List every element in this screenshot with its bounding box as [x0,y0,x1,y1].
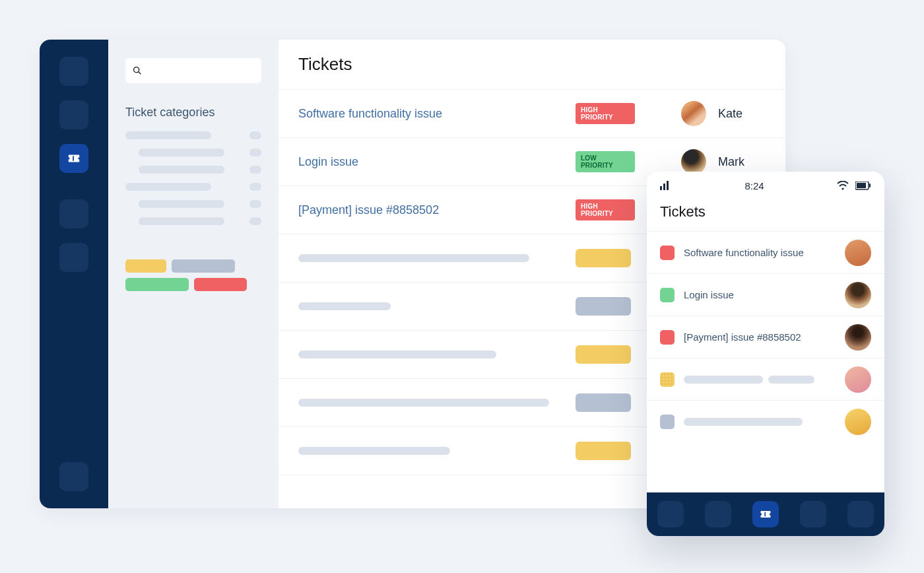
category-label-placeholder [139,149,224,156]
priority-badge: HIGH PRIORITY [576,103,635,124]
bottom-nav-1[interactable] [657,501,684,527]
nav-item-2[interactable] [59,100,88,129]
bottom-nav-5[interactable] [847,501,874,527]
nav-item-tickets[interactable] [59,144,88,173]
mobile-ticket-row-placeholder[interactable] [647,358,884,400]
filter-chip[interactable] [194,278,247,291]
priority-placeholder [576,393,631,412]
priority-placeholder [576,249,631,267]
category-item[interactable] [125,183,261,191]
priority-placeholder [576,297,631,316]
category-item[interactable] [125,166,261,174]
avatar [845,282,871,308]
avatar [681,149,706,174]
avatar [845,240,871,266]
nav-item-4[interactable] [59,199,88,228]
category-count-placeholder [249,183,261,191]
assignee-name: Kate [718,107,742,121]
avatar [681,101,706,126]
filter-chip[interactable] [172,259,235,273]
category-count-placeholder [249,131,261,139]
category-label-placeholder [125,183,211,191]
ticket-row[interactable]: Software functionality issueHIGH PRIORIT… [279,90,785,138]
ticket-icon [67,151,81,166]
category-item[interactable] [125,149,261,156]
wifi-icon [837,181,849,190]
priority-placeholder [576,442,631,460]
category-count-placeholder [249,217,261,225]
filter-chip[interactable] [125,278,189,291]
mobile-bottom-nav [647,492,884,536]
category-item[interactable] [125,217,261,225]
signal-icon [660,181,672,190]
avatar [845,366,871,393]
ticket-title: Login issue [298,155,576,169]
mobile-header: Tickets [647,199,884,231]
categories-title: Ticket categories [125,106,261,119]
ticket-title-placeholder [298,447,450,455]
mobile-ticket-title: [Payment] issue #8858502 [684,331,836,343]
svg-point-0 [134,67,139,73]
category-label-placeholder [139,166,224,174]
mobile-ticket-row[interactable]: Login issue [647,273,884,316]
ticket-assignee: Kate [681,101,742,126]
ticket-title-placeholder [298,351,496,358]
avatar [845,324,871,351]
page-title: Tickets [298,54,766,75]
priority-badge: LOW PRIORITY [576,151,635,172]
mobile-page-title: Tickets [660,203,871,220]
priority-chip [660,415,675,429]
search-input[interactable] [125,58,261,83]
mobile-ticket-title: Login issue [684,289,836,300]
priority-chip [660,246,675,260]
main-header: Tickets [279,40,785,90]
svg-rect-8 [869,184,871,187]
assignee-name: Mark [718,155,744,169]
mobile-ticket-row[interactable]: Software functionality issue [647,231,884,273]
avatar [845,409,871,435]
category-item[interactable] [125,131,261,139]
battery-icon [855,182,871,190]
sidebar-panel: Ticket categories [108,40,279,508]
mobile-title-placeholder [768,376,814,384]
svg-line-1 [139,72,141,75]
mobile-ticket-list: Software functionality issueLogin issue[… [647,231,884,492]
category-count-placeholder [249,149,261,156]
nav-item-1[interactable] [59,57,88,86]
category-count-placeholder [249,200,261,208]
category-list [125,131,261,225]
statusbar-time: 8:24 [744,180,764,191]
category-label-placeholder [139,217,224,225]
category-label-placeholder [139,200,224,208]
ticket-title: Software functionality issue [298,107,576,121]
svg-rect-2 [660,186,662,190]
bottom-nav-4[interactable] [800,501,826,527]
svg-point-5 [842,187,843,189]
svg-rect-7 [857,183,866,188]
priority-badge: HIGH PRIORITY [576,199,635,220]
category-count-placeholder [249,166,261,174]
svg-rect-3 [663,184,665,190]
search-icon [132,65,143,76]
nav-item-5[interactable] [59,243,88,272]
mobile-app: 8:24 Tickets Software functionality issu… [647,172,884,536]
priority-chip [660,372,675,387]
mobile-statusbar: 8:24 [647,172,884,199]
filter-chip[interactable] [125,259,166,273]
mobile-title-placeholder [684,376,763,384]
mobile-ticket-row-placeholder[interactable] [647,400,884,442]
priority-slot: HIGH PRIORITY [576,199,635,220]
bottom-nav-2[interactable] [705,501,731,527]
priority-slot: LOW PRIORITY [576,151,635,172]
bottom-nav-tickets[interactable] [752,501,779,527]
nav-item-6[interactable] [59,462,88,491]
ticket-title-placeholder [298,254,529,262]
ticket-title: [Payment] issue #8858502 [298,203,576,217]
category-item[interactable] [125,200,261,208]
ticket-icon [759,508,772,521]
sidebar-nav [40,40,108,508]
mobile-title-placeholder [684,418,803,426]
mobile-ticket-title: Software functionality issue [684,247,836,258]
mobile-ticket-row[interactable]: [Payment] issue #8858502 [647,316,884,358]
ticket-title-placeholder [298,302,391,310]
